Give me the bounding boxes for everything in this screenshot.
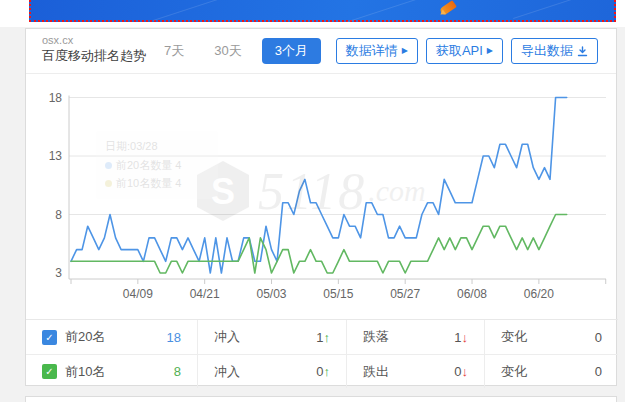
checkbox-top20[interactable]: ✓: [42, 330, 57, 345]
fall-label: 跌落: [363, 328, 389, 346]
get-api-button[interactable]: 获取API ▶: [426, 38, 503, 64]
tooltip-value: 4: [175, 177, 181, 189]
chart-tooltip-ghost: 日期:03/28 前20名数量 4 前10名数量 4: [96, 131, 218, 199]
svg-text:18: 18: [49, 91, 63, 105]
title-block: osx.cx 百度移动排名趋势: [42, 34, 146, 64]
table-row-top10: ✓ 前10名 8 冲入 0↑ 跌出 0↓ 变化 0: [26, 354, 618, 388]
banner-decoration-line: [513, 0, 599, 19]
page: osx.cx 百度移动排名趋势 7天 30天 3个月 数据详情 ▶ 获取API …: [0, 0, 625, 402]
page-title: 百度移动排名趋势: [42, 48, 146, 64]
caret-right-icon: ▶: [487, 47, 493, 55]
promo-banner[interactable]: [29, 0, 616, 22]
change-label: 变化: [501, 328, 527, 346]
tooltip-row-top10: 前10名数量 4: [105, 174, 209, 193]
tooltip-date: 日期:03/28: [105, 137, 209, 156]
rank-summary-table: ✓ 前20名 18 冲入 1↑ 跌落 1↓ 变化 0: [26, 319, 618, 387]
svg-text:06/08: 06/08: [457, 287, 487, 301]
svg-text:05/03: 05/03: [257, 287, 287, 301]
banner-decoration-line: [153, 0, 239, 21]
next-card-edge: [25, 396, 617, 402]
change-value: 0: [595, 330, 602, 345]
export-data-button[interactable]: 导出数据: [511, 38, 598, 64]
tooltip-value: 4: [175, 159, 181, 171]
svg-text:13: 13: [49, 149, 63, 163]
change-value: 0: [595, 364, 602, 379]
change-label: 变化: [501, 363, 527, 381]
data-detail-label: 数据详情: [346, 42, 398, 60]
down-arrow-icon: ↓: [462, 364, 469, 379]
surge-value: 0↑: [316, 364, 330, 379]
surge-value: 1↑: [316, 330, 330, 345]
surge-label: 冲入: [214, 328, 240, 346]
svg-text:05/15: 05/15: [323, 287, 353, 301]
dropout-value: 0↓: [454, 364, 468, 379]
tooltip-label: 前20名数量: [116, 159, 172, 171]
tooltip-row-top20: 前20名数量 4: [105, 156, 209, 175]
export-data-label: 导出数据: [521, 42, 573, 60]
row-label: 前10名: [65, 363, 105, 381]
tab-30days[interactable]: 30天: [204, 38, 251, 64]
svg-text:3: 3: [55, 266, 62, 280]
up-arrow-icon: ↑: [324, 330, 331, 345]
down-arrow-icon: ↓: [462, 330, 469, 345]
svg-text:8: 8: [55, 208, 62, 222]
row-value: 8: [174, 364, 181, 379]
series-dot-blue: [105, 162, 112, 169]
tab-3months[interactable]: 3个月: [262, 38, 321, 64]
trend-chart-area[interactable]: 38131804/0904/2105/0305/1505/2706/0806/2…: [26, 74, 618, 319]
download-icon: [577, 46, 588, 57]
fall-value: 1↓: [454, 330, 468, 345]
caret-right-icon: ▶: [402, 47, 408, 55]
data-detail-button[interactable]: 数据详情 ▶: [336, 38, 418, 64]
get-api-label: 获取API: [436, 42, 483, 60]
up-arrow-icon: ↑: [324, 364, 331, 379]
surge-label: 冲入: [214, 363, 240, 381]
tooltip-label: 前10名数量: [116, 177, 172, 189]
trend-card: osx.cx 百度移动排名趋势 7天 30天 3个月 数据详情 ▶ 获取API …: [25, 28, 617, 386]
period-tabs: 7天 30天 3个月: [154, 38, 321, 64]
series-dot-yellow: [105, 180, 112, 187]
svg-text:04/09: 04/09: [123, 287, 153, 301]
checkbox-top10[interactable]: ✓: [42, 364, 57, 379]
svg-text:05/27: 05/27: [390, 287, 420, 301]
svg-text:06/20: 06/20: [524, 287, 554, 301]
svg-text:04/21: 04/21: [190, 287, 220, 301]
card-header: osx.cx 百度移动排名趋势 7天 30天 3个月 数据详情 ▶ 获取API …: [26, 29, 616, 74]
row-value: 18: [167, 330, 181, 345]
rocket-icon: [439, 0, 457, 16]
table-row-top20: ✓ 前20名 18 冲入 1↑ 跌落 1↓ 变化 0: [26, 320, 618, 354]
domain-label: osx.cx: [42, 34, 146, 48]
dropout-label: 跌出: [363, 363, 389, 381]
header-buttons: 数据详情 ▶ 获取API ▶ 导出数据: [336, 38, 598, 64]
tab-7days[interactable]: 7天: [154, 38, 194, 64]
row-label: 前20名: [65, 328, 105, 346]
